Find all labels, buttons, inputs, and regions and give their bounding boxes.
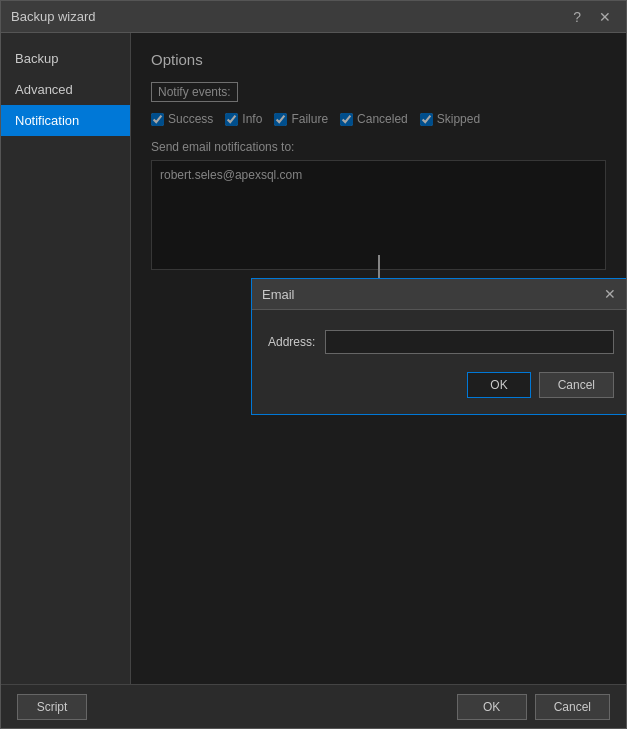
footer-ok-button[interactable]: OK: [457, 694, 527, 720]
window-title: Backup wizard: [11, 9, 96, 24]
sidebar-item-advanced[interactable]: Advanced: [1, 74, 130, 105]
help-button[interactable]: ?: [568, 7, 586, 27]
title-bar-buttons: ? ✕: [568, 7, 616, 27]
address-row: Address:: [268, 330, 614, 354]
address-input[interactable]: [325, 330, 614, 354]
dialog-buttons: OK Cancel: [268, 372, 614, 398]
content-area: Options Notify events: Success Info Fail…: [131, 33, 626, 684]
sidebar-item-notification[interactable]: Notification: [1, 105, 130, 136]
dialog-title-bar: Email ✕: [252, 279, 626, 310]
sidebar-item-backup[interactable]: Backup: [1, 43, 130, 74]
footer-cancel-button[interactable]: Cancel: [535, 694, 610, 720]
close-window-button[interactable]: ✕: [594, 7, 616, 27]
title-bar: Backup wizard ? ✕: [1, 1, 626, 33]
footer-left: Script: [17, 694, 87, 720]
footer-right: OK Cancel: [457, 694, 610, 720]
dialog-body: Address: OK Cancel: [252, 310, 626, 414]
dialog-title: Email: [262, 287, 295, 302]
main-content: Backup Advanced Notification Options Not…: [1, 33, 626, 684]
address-label: Address:: [268, 335, 315, 349]
dialog-ok-button[interactable]: OK: [467, 372, 530, 398]
dialog-cancel-button[interactable]: Cancel: [539, 372, 614, 398]
script-button[interactable]: Script: [17, 694, 87, 720]
email-dialog: Email ✕ Address: OK Cancel: [251, 278, 626, 415]
sidebar: Backup Advanced Notification: [1, 33, 131, 684]
backup-wizard-window: Backup wizard ? ✕ Backup Advanced Notifi…: [0, 0, 627, 729]
footer: Script OK Cancel: [1, 684, 626, 728]
dialog-close-button[interactable]: ✕: [600, 286, 620, 302]
